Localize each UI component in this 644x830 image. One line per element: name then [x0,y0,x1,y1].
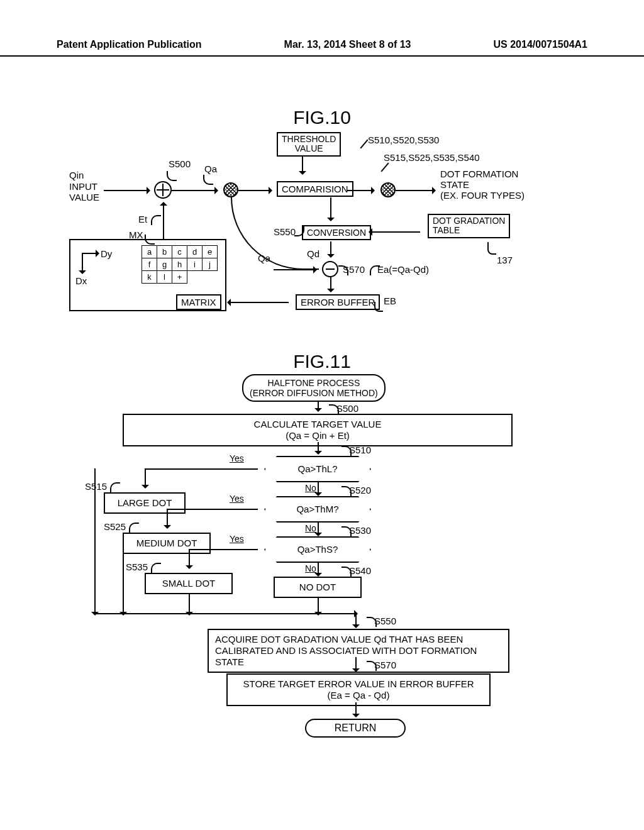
ref-137-curve-icon [487,242,496,255]
s530-ref: S530 [349,525,371,536]
arrow-d1-yes [145,468,258,470]
ea-label: Ea(=Qa-Qd) [377,264,429,275]
small-dot-box: SMALL DOT [145,573,233,594]
arrow-et-sum [163,204,164,239]
decision-thl: Qa>ThL? [264,456,371,482]
arrow-d1-yes-v [145,468,146,486]
arrow-conversion-minus [330,241,331,255]
no-3: No [305,563,316,573]
s510-520-530-label: S510,S520,S530 [368,135,439,145]
header-center: Mar. 13, 2014 Sheet 8 of 13 [284,39,411,50]
dot-gradation-table: DOT GRADATION TABLE [428,214,510,238]
qin-label: Qin [69,170,84,180]
start-terminator: HALFTONE PROCESS (ERROR DIFFUSION METHOD… [242,374,386,402]
no-2: No [305,523,316,533]
arrow-d3-yes [189,549,258,550]
s525-ref: S525 [104,521,126,532]
s570-ref: S570 [374,660,396,670]
yes-1: Yes [230,453,244,463]
arrow-d2-yes [167,509,258,510]
fig10-diagram: Qin INPUT VALUE S500 Qa THRESHOLD VALUE … [69,132,579,333]
arrow-table-conversion [371,231,420,233]
collector-line [94,613,355,614]
arrow-hatch-state [396,190,433,191]
s515-curve-icon [110,482,120,492]
arrow-comparison-hatch2 [347,190,372,191]
decision-thm: Qa>ThM? [264,496,371,523]
arrow-sum-hatch1 [172,190,216,191]
ref-137: 137 [497,255,513,265]
arrow-comparison-conversion [330,197,331,219]
et-curve-icon [151,215,161,225]
arrow-hatch-comparison [238,190,270,191]
arrow-large-down [94,511,96,613]
error-buffer-box: ERROR BUFFER [296,294,380,310]
qa-curve-icon [203,175,213,185]
no-dot-box: NO DOT [274,577,362,598]
arrow-threshold-down [302,156,303,172]
header-right: US 2014/0071504A1 [494,39,587,50]
s535-ref: S535 [126,562,148,572]
dot-state-label: DOT FORMATION STATE (EX. FOUR TYPES) [440,169,525,201]
eb-label: EB [384,296,396,306]
ea-curve-icon [370,265,380,275]
header-left: Patent Application Publication [57,39,202,50]
s510-ref: S510 [349,445,371,455]
arrow-s500-d1 [318,442,319,452]
tick-icon [360,139,368,148]
fig11-title: FIG.11 [0,351,644,372]
s515-ref: S515 [85,481,107,492]
arrow-d2-yes-v [167,509,168,526]
s500-curve-icon [167,171,177,181]
arrow-d3-nodot [318,563,319,574]
eb-curve-icon [374,302,383,312]
arrow-minus-eb [330,277,331,290]
s500-label: S500 [169,158,191,169]
s535-curve-icon [151,563,161,573]
arrow-s570-return [355,702,357,715]
qa-label: Qa [204,163,217,174]
arrow-medium-down [123,551,124,613]
hatch-node-1 [223,182,238,197]
yes-2: Yes [230,494,244,504]
decision-ths: Qa>ThS? [264,536,371,563]
input-value-label: INPUT VALUE [69,181,99,202]
comparison-box: COMPARISION [277,181,353,197]
fig10-title: FIG.10 [0,107,644,128]
arrow-s550-s570 [355,657,357,670]
arrow-large-down-pre [94,468,96,511]
s520-ref: S520 [349,485,371,495]
matrix-container [69,239,226,311]
minus-node [322,261,338,277]
arrow-small-down [189,593,190,613]
s525-curve-icon [129,523,139,533]
return-terminator: RETURN [305,719,406,738]
s500-ref: S500 [336,403,358,414]
arrow-start-s500 [318,401,319,409]
fig11-flowchart: HALFTONE PROCESS (ERROR DIFFUSION METHOD… [85,374,550,777]
yes-3: Yes [230,534,244,544]
s515-525-535-540-label: S515,S525,S535,S540 [384,152,480,163]
s550-ref: S550 [374,616,396,626]
arrow-eb-matrix [230,302,289,303]
no-1: No [305,483,316,493]
s570-process: STORE TARGET ERROR VALUE IN ERROR BUFFER… [226,673,491,706]
threshold-box: THRESHOLD VALUE [277,132,341,157]
medium-dot-box: MEDIUM DOT [123,533,211,554]
sum-node [154,181,172,199]
arrow-d1-d2 [318,482,319,494]
large-dot-box: LARGE DOT [104,492,186,514]
s550-process: ACQUIRE DOT GRADATION VALUE Qd THAT HAS … [208,629,509,673]
tick-icon [380,162,389,172]
page-header: Patent Application Publication Mar. 13, … [0,39,644,57]
arrow-collector-s550 [355,613,357,626]
qa-curve-path [231,197,319,270]
arrow-d3-yes-v [189,549,190,567]
qa2-label: Qa [258,253,270,263]
et-label: Et [138,214,147,224]
arrow-nodot-down [318,597,319,613]
hatch-node-2 [380,182,396,197]
arrow-input-sum [104,190,148,191]
s540-ref: S540 [349,565,371,576]
arrow-qa-minus [274,269,314,270]
